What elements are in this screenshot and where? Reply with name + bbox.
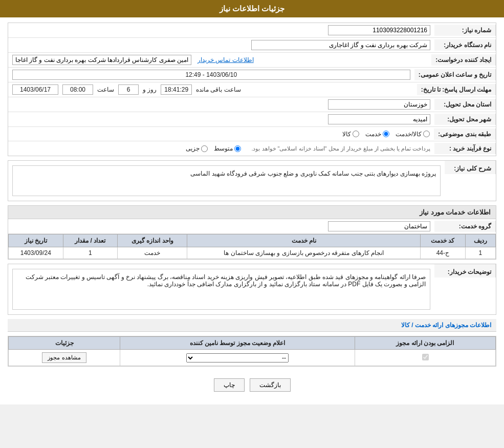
province-input[interactable] xyxy=(328,99,430,110)
purchase-type-minor-label: جزیی xyxy=(186,145,200,152)
need-number-value xyxy=(8,23,434,37)
need-number-row: شماره نیاز: xyxy=(8,23,496,38)
cell-required xyxy=(355,350,496,366)
permissions-table-header-row: الزامی بودن ارائه مجوز اعلام وضعیت مجوز … xyxy=(9,337,496,350)
col-date: تاریخ نیاز xyxy=(9,234,63,247)
need-number-label: شماره نیاز: xyxy=(434,25,496,36)
service-group-input[interactable] xyxy=(328,221,430,231)
remaining-time-box: 18:41:29 xyxy=(161,84,192,95)
category-kala-label: کالا xyxy=(342,131,351,138)
category-kala-khidmat-label: کالا/خدمت xyxy=(396,131,422,138)
category-value: کالا/خدمت خدمت کالا xyxy=(8,129,434,140)
main-content: شماره نیاز: نام دستگاه خریدار: ایجاد کنن… xyxy=(0,17,504,404)
category-radio-group: کالا/خدمت خدمت کالا xyxy=(12,131,430,138)
col-service-code: کد خدمت xyxy=(421,234,466,247)
need-number-input[interactable] xyxy=(328,25,430,35)
col-service-name: نام خدمت xyxy=(187,234,421,247)
cell-status: -- xyxy=(120,350,355,366)
page-title: جزئیات اطلاعات نیاز xyxy=(220,4,284,13)
services-table: ردیف کد خدمت نام خدمت واحد اندازه گیری ت… xyxy=(8,234,496,259)
buyer-notes-section: توضیحات خریدار: صرفا ارائه گواهینامه و م… xyxy=(8,264,496,315)
purchase-type-medium: متوسط xyxy=(214,145,241,152)
permissions-table: الزامی بودن ارائه مجوز اعلام وضعیت مجوز … xyxy=(8,336,496,366)
table-row: 1 ح-44 انجام کارهای متفرقه درخصوص بازساز… xyxy=(9,247,496,259)
purchase-type-medium-radio[interactable] xyxy=(234,145,241,152)
category-kala-khidmat-radio[interactable] xyxy=(423,131,430,137)
service-group-label: گروه خدمت: xyxy=(434,221,496,232)
col-row-num: ردیف xyxy=(465,234,495,247)
description-value: پروژه بهسازی دیوارهای بتنی جنب سامانه کم… xyxy=(8,161,445,201)
purchase-type-minor-radio[interactable] xyxy=(201,145,208,152)
buyer-notes-box: صرفا ارائه گواهینامه و مجوزهای قید شده ط… xyxy=(12,269,430,310)
services-section: اطلاعات خدمات مورد نیاز گروه خدمت: ردیف … xyxy=(8,205,496,260)
back-button[interactable]: بازگشت xyxy=(250,378,291,392)
purchase-type-medium-label: متوسط xyxy=(214,145,233,152)
creator-label: ایجاد کننده درخواست: xyxy=(431,54,496,66)
buyer-org-row: نام دستگاه خریدار: xyxy=(8,38,496,53)
page-container: جزئیات اطلاعات نیاز شماره نیاز: نام دستگ… xyxy=(0,0,504,404)
category-khidmat-label: خدمت xyxy=(365,131,381,138)
days-box: 6 xyxy=(118,84,139,95)
cell-date: 1403/09/24 xyxy=(9,247,63,259)
time-label: ساعت xyxy=(97,86,114,93)
col-details: جزئیات xyxy=(9,337,120,350)
remaining-label: ساعت باقی مانده xyxy=(196,86,241,93)
announce-date-label: تاریخ و ساعت اعلان عمومی: xyxy=(414,69,496,80)
buyer-notes-value: صرفا ارائه گواهینامه و مجوزهای قید شده ط… xyxy=(8,264,434,314)
city-input[interactable] xyxy=(328,114,430,124)
permissions-section: الزامی بودن ارائه مجوز اعلام وضعیت مجوز … xyxy=(8,336,496,367)
description-row: شرح کلی نیاز: پروژه بهسازی دیوارهای بتنی… xyxy=(8,161,496,201)
status-select[interactable]: -- xyxy=(186,353,289,362)
cell-details: مشاهده مجوز xyxy=(9,350,120,366)
category-row: طبقه بندی موضوعی: کالا/خدمت خدمت xyxy=(8,127,496,141)
city-row: شهر محل تحویل: xyxy=(8,112,496,127)
purchase-type-row: نوع فرآیند خرید : پرداخت تمام یا بخشی از… xyxy=(8,141,496,156)
buyer-notes-row: توضیحات خریدار: صرفا ارائه گواهینامه و م… xyxy=(8,264,496,314)
buttons-row: بازگشت چاپ xyxy=(8,371,496,399)
days-label: روز و xyxy=(143,86,157,93)
required-checkbox[interactable] xyxy=(422,354,429,360)
description-section: شرح کلی نیاز: پروژه بهسازی دیوارهای بتنی… xyxy=(8,160,496,201)
category-khidmat-radio[interactable] xyxy=(383,131,389,137)
creator-row: ایجاد کننده درخواست: اطلاعات تماس خریدار xyxy=(8,53,496,68)
cell-unit: خدمت xyxy=(118,247,187,259)
announce-date-value: 1403/06/10 - 12:49 xyxy=(8,68,414,82)
category-kala-radio[interactable] xyxy=(353,131,359,137)
deadline-value: ساعت باقی مانده 18:41:29 روز و 6 ساعت 08… xyxy=(8,82,417,97)
cell-quantity: 1 xyxy=(63,247,117,259)
buyer-org-value xyxy=(8,38,434,52)
announce-date-box: 1403/06/10 - 12:49 xyxy=(12,70,410,80)
contact-link[interactable]: اطلاعات تماس خریدار xyxy=(198,56,254,63)
deadline-label: مهلت ارسال پاسخ: تا تاریخ: xyxy=(417,84,496,95)
deadline-row: مهلت ارسال پاسخ: تا تاریخ: ساعت باقی مان… xyxy=(8,82,496,97)
province-label: استان محل تحویل: xyxy=(434,99,496,110)
purchase-type-radio-group: متوسط جزیی xyxy=(186,145,241,152)
buyer-org-input[interactable] xyxy=(251,40,430,50)
view-permission-button[interactable]: مشاهده مجوز xyxy=(42,352,86,363)
permissions-section-title: اطلاعات مجوزهای ارائه خدمت / کالا xyxy=(8,319,496,332)
purchase-type-label: نوع فرآیند خرید : xyxy=(434,143,496,154)
creator-input[interactable] xyxy=(12,55,191,65)
cell-row-num: 1 xyxy=(465,247,495,259)
creator-value: اطلاعات تماس خریدار xyxy=(8,53,431,67)
category-kala: کالا xyxy=(342,131,359,138)
page-header: جزئیات اطلاعات نیاز xyxy=(0,0,504,17)
permissions-table-row: -- مشاهده مجوز xyxy=(9,350,496,366)
description-box: پروژه بهسازی دیوارهای بتنی جنب سامانه کم… xyxy=(12,165,441,196)
info-section: شماره نیاز: نام دستگاه خریدار: ایجاد کنن… xyxy=(8,23,496,156)
purchase-type-minor: جزیی xyxy=(186,145,208,152)
col-unit: واحد اندازه گیری xyxy=(118,234,187,247)
category-kala-khidmat: کالا/خدمت xyxy=(396,131,430,138)
print-button[interactable]: چاپ xyxy=(214,378,245,392)
deadline-date-box: 1403/06/17 xyxy=(12,84,58,95)
category-label: طبقه بندی موضوعی: xyxy=(434,129,496,140)
category-khidmat: خدمت xyxy=(365,131,389,138)
service-group-value xyxy=(8,219,434,233)
purchase-type-value: پرداخت تمام یا بخشی از مبلغ خریدار از مح… xyxy=(8,143,434,154)
announce-date-row: تاریخ و ساعت اعلان عمومی: 1403/06/10 - 1… xyxy=(8,68,496,82)
city-label: شهر محل تحویل: xyxy=(434,114,496,125)
col-quantity: تعداد / مقدار xyxy=(63,234,117,247)
cell-service-code: ح-44 xyxy=(421,247,466,259)
deadline-time-box: 08:00 xyxy=(62,84,93,95)
payment-note: پرداخت تمام یا بخشی از مبلغ خریدار از مح… xyxy=(251,145,430,152)
